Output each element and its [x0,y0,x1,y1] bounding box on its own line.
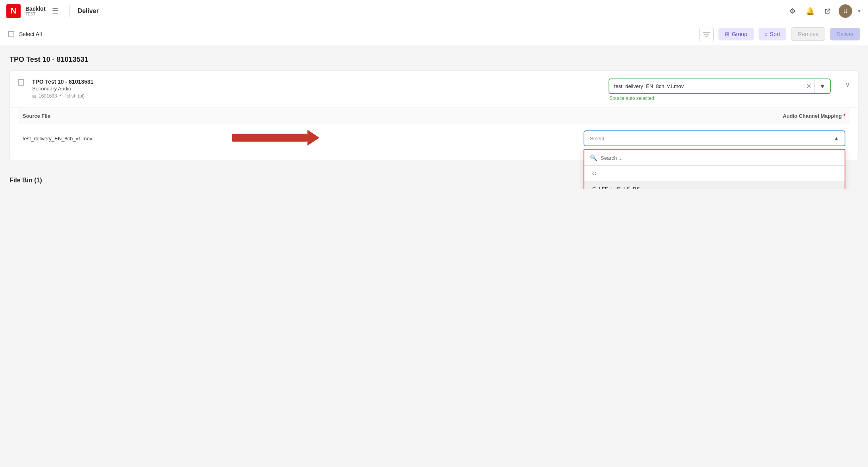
section-label: Deliver [78,8,99,15]
svg-rect-5 [232,134,307,142]
avatar[interactable]: U [839,4,852,18]
sort-button[interactable]: ↕ Sort [759,28,787,40]
filter-button[interactable] [699,27,714,41]
toolbar: Select All ⊞ Group ↕ Sort Remove Deliver [0,22,868,46]
group-icon: ⊞ [725,31,730,37]
deliver-button[interactable]: Deliver [830,28,860,40]
card-checkbox[interactable] [18,79,24,86]
table-area: Source File Audio Channel Mapping * test… [10,108,858,161]
card-info: TPO Test 10 - 81013531 Secondary Audio ▤… [32,78,601,99]
app-logo: N [6,4,21,18]
meta-icon: ▤ [32,94,36,99]
source-hint: Source auto selected [609,96,831,101]
source-clear-icon[interactable]: ✕ [803,79,814,93]
dropdown-items-list: CC_LFE_L_R_LS_RSC_LFE_L_R_LS_RS_LT_RTC_L… [584,166,845,189]
remove-button[interactable]: Remove [791,27,825,41]
audio-col-header: Audio Channel Mapping * [783,113,845,119]
mapping-chevron-icon: ▲ [833,135,839,142]
audio-mapping-col: Select ▲ 🔍 CC_LFE_L_R_LS_RSC_LFE_L_R_LS_… [584,130,845,146]
source-col-header: Source File [23,113,783,119]
audio-mapping-dropdown: 🔍 CC_LFE_L_R_LS_RSC_LFE_L_R_LS_RS_LT_RTC… [584,149,845,189]
avatar-chevron-icon[interactable]: ▼ [857,8,862,14]
card-subtitle: Secondary Audio [32,86,601,92]
delivery-card: TPO Test 10 - 81013531 Secondary Audio ▤… [10,70,858,161]
app-name: Backlot [25,6,46,12]
required-indicator: * [843,113,845,119]
source-dropdown-arrow-icon[interactable]: ▼ [814,80,830,93]
table-row: test_delivery_EN_8ch_v1.mov [18,124,850,153]
group-button[interactable]: ⊞ Group [718,28,754,40]
card-expand-icon[interactable]: ∨ [845,80,850,89]
dropdown-search-area: 🔍 [584,150,845,166]
card-source: test_delivery_EN_8ch_v1.mov ✕ ▼ Source a… [609,78,831,101]
meta-id: 1601693 [38,93,57,99]
nav-divider [69,5,70,17]
mapping-placeholder: Select [590,136,604,142]
arrow-annotation [232,128,319,149]
hamburger-menu-icon[interactable]: ☰ [50,5,60,17]
table-header: Source File Audio Channel Mapping * [18,108,850,124]
dropdown-item[interactable]: C_LFE_L_R_LS_RS [584,181,845,189]
external-link-icon[interactable] [821,5,834,17]
main-content: TPO Test 10 - 81013531 TPO Test 10 - 810… [0,46,868,189]
card-meta: ▤ 1601693 • Polish (pl) [32,93,601,99]
search-icon: 🔍 [590,154,597,161]
select-all-checkbox[interactable] [8,31,14,37]
svg-marker-6 [307,130,319,146]
dropdown-item[interactable]: C [584,166,845,181]
settings-icon[interactable]: ⚙ [786,5,799,17]
audio-mapping-select[interactable]: Select ▲ [584,130,845,146]
top-navigation: N Backlot TEST ☰ Deliver ⚙ 🔔 U ▼ [0,0,868,22]
app-env: TEST [25,12,46,16]
card-title: TPO Test 10 - 81013531 [32,78,601,85]
section-title: TPO Test 10 - 81013531 [10,56,858,64]
svg-line-0 [827,9,830,11]
sort-icon: ↕ [765,31,768,37]
dropdown-search-input[interactable] [601,155,839,161]
select-all-label[interactable]: Select All [19,31,42,37]
source-file-value: test_delivery_EN_8ch_v1.mov [609,79,803,93]
card-header: TPO Test 10 - 81013531 Secondary Audio ▤… [10,71,858,108]
notifications-icon[interactable]: 🔔 [804,5,816,17]
source-dropdown[interactable]: test_delivery_EN_8ch_v1.mov ✕ ▼ [609,78,831,94]
app-title-group: Backlot TEST [25,6,46,16]
meta-lang: Polish (pl) [63,93,84,99]
